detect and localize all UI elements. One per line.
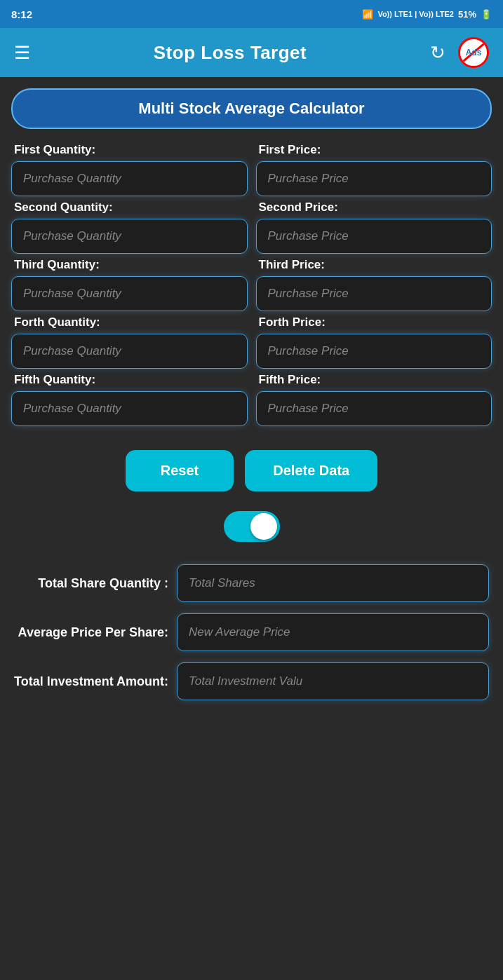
third-quantity-label: Third Quantity: (11, 258, 248, 272)
third-quantity-group: Third Quantity: (11, 258, 248, 311)
app-bar-title: Stop Loss Target (154, 42, 307, 64)
battery-icon: 🔋 (481, 9, 492, 20)
total-investment-label: Total Investment Amount: (14, 674, 168, 689)
form-row-4: Forth Quantity: Forth Price: (11, 315, 492, 369)
fifth-quantity-label: Fifth Quantity: (11, 373, 248, 387)
fifth-quantity-group: Fifth Quantity: (11, 373, 248, 426)
wifi-icon: 📶 (362, 9, 373, 20)
second-price-input[interactable] (256, 219, 492, 254)
app-bar: ☰ Stop Loss Target ↻ Ads (0, 28, 503, 77)
average-price-label: Average Price Per Share: (14, 625, 168, 640)
first-quantity-label: First Quantity: (11, 143, 248, 157)
forth-price-label: Forth Price: (256, 315, 492, 329)
form-row-5: Fifth Quantity: Fifth Price: (11, 373, 492, 426)
form-row-1: First Quantity: First Price: (11, 143, 492, 196)
total-investment-input[interactable] (177, 662, 489, 700)
refresh-icon[interactable]: ↻ (430, 42, 445, 64)
first-quantity-group: First Quantity: (11, 143, 248, 196)
status-icons: 📶 Vo)) LTE1 | Vo)) LTE2 51% 🔋 (362, 9, 492, 20)
signal-info: Vo)) LTE1 | Vo)) LTE2 (377, 10, 454, 18)
second-price-group: Second Price: (256, 200, 492, 254)
delete-button[interactable]: Delete Data (245, 450, 377, 491)
results-section: Total Share Quantity : Average Price Per… (11, 564, 492, 700)
app-bar-actions: ↻ Ads (430, 37, 489, 68)
main-content: Multi Stock Average Calculator First Qua… (0, 77, 503, 712)
forth-price-input[interactable] (256, 334, 492, 369)
forth-price-group: Forth Price: (256, 315, 492, 369)
first-price-input[interactable] (256, 161, 492, 196)
first-price-group: First Price: (256, 143, 492, 196)
toggle-knob (250, 513, 277, 540)
status-time: 8:12 (11, 8, 32, 20)
fifth-price-input[interactable] (256, 391, 492, 426)
status-bar: 8:12 📶 Vo)) LTE1 | Vo)) LTE2 51% 🔋 (0, 0, 503, 28)
fifth-quantity-input[interactable] (11, 391, 248, 426)
calc-title-container: Multi Stock Average Calculator (11, 88, 492, 129)
total-investment-row: Total Investment Amount: (14, 662, 489, 700)
total-shares-row: Total Share Quantity : (14, 564, 489, 602)
toggle-switch[interactable] (224, 511, 280, 542)
average-price-row: Average Price Per Share: (14, 613, 489, 651)
average-price-input[interactable] (177, 613, 489, 651)
forth-quantity-label: Forth Quantity: (11, 315, 248, 329)
forth-quantity-input[interactable] (11, 334, 248, 369)
second-price-label: Second Price: (256, 200, 492, 215)
form-row-2: Second Quantity: Second Price: (11, 200, 492, 254)
third-price-group: Third Price: (256, 258, 492, 311)
fifth-price-group: Fifth Price: (256, 373, 492, 426)
first-quantity-input[interactable] (11, 161, 248, 196)
first-price-label: First Price: (256, 143, 492, 157)
second-quantity-group: Second Quantity: (11, 200, 248, 254)
ads-badge[interactable]: Ads (458, 37, 489, 68)
form-grid: First Quantity: First Price: Second Quan… (11, 143, 492, 430)
third-price-input[interactable] (256, 276, 492, 311)
battery-level: 51% (458, 9, 476, 20)
fifth-price-label: Fifth Price: (256, 373, 492, 387)
total-shares-label: Total Share Quantity : (14, 576, 168, 591)
third-quantity-input[interactable] (11, 276, 248, 311)
forth-quantity-group: Forth Quantity: (11, 315, 248, 369)
total-shares-input[interactable] (177, 564, 489, 602)
second-quantity-input[interactable] (11, 219, 248, 254)
ads-label: Ads (466, 48, 482, 57)
hamburger-icon[interactable]: ☰ (14, 42, 30, 64)
third-price-label: Third Price: (256, 258, 492, 272)
second-quantity-label: Second Quantity: (11, 200, 248, 215)
toggle-container (11, 511, 492, 542)
action-buttons: Reset Delete Data (11, 450, 492, 491)
calc-title: Multi Stock Average Calculator (138, 100, 364, 117)
form-row-3: Third Quantity: Third Price: (11, 258, 492, 311)
reset-button[interactable]: Reset (126, 450, 234, 491)
